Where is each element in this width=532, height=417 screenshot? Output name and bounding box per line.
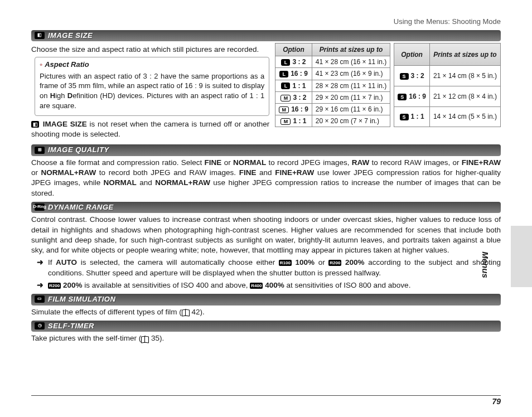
page-ref-icon bbox=[141, 336, 149, 342]
image-quality-icon: ⊞ bbox=[35, 147, 45, 154]
footer-rule bbox=[31, 395, 501, 396]
list-item: ➜ If AUTO is selected, the camera will a… bbox=[37, 258, 501, 278]
size-table-2: OptionPrints at sizes up to S3 : 221 × 1… bbox=[394, 43, 501, 127]
page-number: 79 bbox=[492, 396, 501, 407]
r100-icon: R100 bbox=[279, 260, 292, 266]
section-header-dynamic-range: D·Rng DYNAMIC RANGE bbox=[31, 202, 501, 214]
table-row: L16 : 941 × 23 cm (16 × 9 in.) bbox=[275, 68, 390, 80]
table-row: M16 : 929 × 16 cm (11 × 6 in.) bbox=[275, 104, 390, 115]
breadcrumb: Using the Menus: Shooting Mode bbox=[31, 17, 501, 27]
section-header-image-size: ◧ IMAGE SIZE bbox=[31, 30, 501, 42]
size-tables: OptionPrints at sizes up to L3 : 241 × 2… bbox=[275, 43, 501, 127]
timer-icon: ◷ bbox=[35, 322, 45, 329]
section-header-film-sim: ▭ FILM SIMULATION bbox=[31, 294, 501, 306]
note-icon: ◧ bbox=[31, 121, 39, 128]
image-size-intro: Choose the size and aspect ratio at whic… bbox=[31, 45, 269, 55]
table-row: M1 : 120 × 20 cm (7 × 7 in.) bbox=[275, 115, 390, 127]
image-size-note: ◧ IMAGE SIZE is not reset when the camer… bbox=[31, 119, 269, 139]
table-row: L3 : 241 × 28 cm (16 × 11 in.) bbox=[275, 56, 390, 68]
r200-icon: R200 bbox=[48, 283, 61, 289]
bulb-icon bbox=[40, 60, 42, 70]
list-item: ➜ R200 200% is available at sensitivitie… bbox=[37, 280, 501, 290]
table-row: S1 : 114 × 14 cm (5 × 5 in.) bbox=[394, 106, 501, 127]
table-row: L1 : 128 × 28 cm (11 × 11 in.) bbox=[275, 80, 390, 91]
aspect-ratio-callout: Aspect Ratio Pictures with an aspect rat… bbox=[35, 57, 269, 116]
self-timer-body: Take pictures with the self-timer ( 35). bbox=[31, 333, 501, 343]
image-quality-body: Choose a file format and compression rat… bbox=[31, 158, 501, 198]
dynamic-range-body: Control contrast. Choose lower values to… bbox=[31, 215, 501, 255]
page-ref-icon bbox=[182, 309, 190, 315]
table-row: S16 : 921 × 12 cm (8 × 4 in.) bbox=[394, 86, 501, 106]
size-table-1: OptionPrints at sizes up to L3 : 241 × 2… bbox=[275, 43, 390, 127]
film-icon: ▭ bbox=[35, 295, 45, 303]
r400-icon: R400 bbox=[250, 283, 263, 289]
section-header-self-timer: ◷ SELF-TIMER bbox=[31, 321, 501, 332]
film-sim-body: Simulate the effects of different types … bbox=[31, 307, 501, 317]
table-row: M3 : 229 × 20 cm (11 × 7 in.) bbox=[275, 91, 390, 103]
section-header-image-quality: ⊞ IMAGE QUALITY bbox=[31, 144, 501, 156]
table-row: S3 : 221 × 14 cm (8 × 5 in.) bbox=[394, 66, 501, 86]
r200-icon: R200 bbox=[328, 260, 341, 266]
dynamic-range-icon: D·Rng bbox=[35, 203, 45, 211]
side-tab: Menus bbox=[511, 226, 532, 287]
image-size-icon: ◧ bbox=[35, 32, 45, 39]
